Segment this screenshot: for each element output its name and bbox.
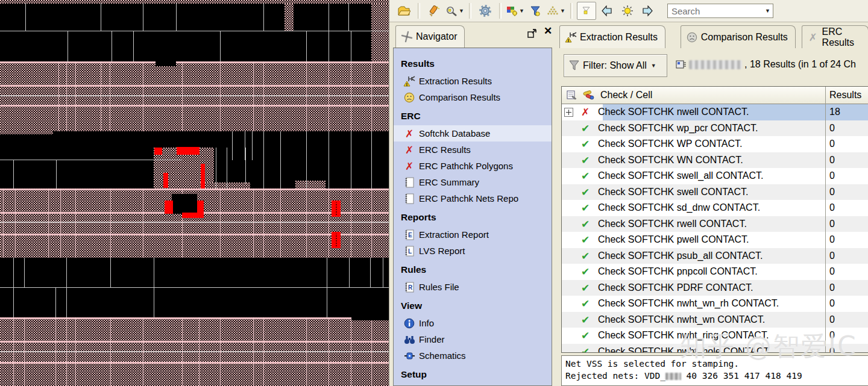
table-row[interactable]: ✔Check SOFTCHK psub_all CONTACT.0 (562, 248, 868, 264)
result-count: 0 (829, 155, 835, 166)
frame-dot-icon (581, 6, 591, 16)
sadface-icon (403, 92, 415, 104)
nav-item-schematics[interactable]: Schematics (394, 347, 552, 364)
result-count: 0 (829, 123, 835, 134)
table-row[interactable]: ✔Check SOFTCHK nwht_hole CONTACT.0 (562, 344, 868, 353)
layout-shape (306, 131, 307, 188)
doc-l-icon: L (403, 245, 415, 257)
summary-text: , 18 Results (in 1 of 24 Ch (744, 59, 856, 70)
nav-item-erc-pathchk-polygons[interactable]: ✗ERC Pathchk Polygons (394, 158, 552, 174)
table-row[interactable]: ✔Check SOFTCHK WN CONTACT.0 (562, 152, 868, 169)
layout-shape (220, 31, 221, 61)
layout-shape (351, 131, 351, 188)
table-row[interactable]: ✔Check SOFTCHK pnpcoll CONTACT.0 (562, 264, 868, 280)
pass-check-icon: ✔ (581, 314, 590, 326)
layout-shape (329, 61, 329, 131)
tab-erc-results[interactable]: ✗ERC Results (802, 25, 868, 48)
tab-extraction-results[interactable]: Extraction Results (559, 25, 665, 48)
layout-shape (329, 131, 329, 188)
tab-navigator[interactable]: Navigator (395, 25, 465, 48)
capsules-icon[interactable] (582, 90, 594, 101)
colors-button[interactable]: ▼ (506, 2, 525, 20)
expand-icon[interactable] (564, 108, 573, 117)
filter-dropdown-button[interactable]: Filter: Show All ▼ (564, 54, 667, 77)
table-row[interactable]: ✔Check SOFTCHK WP CONTACT.0 (562, 136, 868, 152)
svg-text:R: R (408, 284, 413, 291)
previous-button[interactable] (597, 2, 617, 20)
layout-shape (66, 61, 67, 131)
layout-shape (110, 188, 111, 258)
rve-chrome: ▼▼▼▼ Navigator ✕ ResultsExtraction Resul… (389, 0, 868, 386)
undock-icon[interactable] (527, 28, 538, 39)
zoom-button[interactable]: ▼ (445, 2, 465, 20)
pass-check-icon: ✔ (581, 234, 590, 246)
next-button[interactable] (638, 2, 658, 20)
layout-shape (24, 317, 25, 386)
nav-item-extraction-report[interactable]: EExtraction Report (394, 226, 552, 243)
column-header-check-cell[interactable]: Check / Cell (600, 90, 652, 101)
layout-shape (306, 317, 307, 386)
check-name: Check SOFTCHK WN CONTACT. (596, 155, 743, 166)
search-box[interactable]: ▼ (667, 4, 773, 18)
highlight-all-button[interactable] (618, 2, 637, 20)
table-row[interactable]: ✔Check SOFTCHK wp_pcr CONTACT.0 (562, 120, 868, 137)
layout-shape (0, 31, 389, 31)
result-count: 0 (829, 234, 835, 245)
table-row[interactable]: ✔Check SOFTCHK sd_dnw CONTACT.0 (562, 200, 868, 216)
column-divider[interactable] (825, 87, 826, 352)
layout-viewport[interactable] (0, 0, 389, 386)
message-line1: Net VSS is selected for stamping. (565, 358, 864, 370)
table-row[interactable]: ✔Check SOFTCHK rwell CONTACT.0 (562, 216, 868, 232)
nav-item-rules-file[interactable]: RRules File (394, 279, 552, 295)
layout-shape (263, 317, 264, 386)
highlight-mode-button[interactable] (577, 2, 596, 20)
layout-shape (163, 173, 168, 188)
layout-shape (0, 351, 389, 352)
table-row[interactable]: ✔Check SOFTCHK swell_all CONTACT.0 (562, 168, 868, 184)
svg-text:E: E (408, 232, 412, 238)
nav-item-erc-summary[interactable]: ERC Summary (394, 174, 552, 190)
table-row[interactable]: ✔Check SOFTCHK nwht_wn CONTACT.0 (562, 312, 868, 328)
layout-shape (13, 160, 14, 188)
close-icon[interactable]: ✕ (542, 26, 553, 37)
pass-check-icon: ✔ (581, 154, 590, 166)
nav-item-erc-results[interactable]: ✗ERC Results (394, 142, 552, 158)
table-row[interactable]: ✗Check SOFTCHK nwell CONTACT.18 (562, 104, 868, 120)
nav-item-comparison-results[interactable]: Comparison Results (394, 89, 552, 105)
layout-shape (295, 181, 326, 188)
column-header-results[interactable]: Results (829, 90, 861, 101)
result-count: 0 (829, 202, 835, 213)
table-row[interactable]: ✔Check SOFTCHK nwht_ring CONTACT.0 (562, 328, 868, 344)
table-row[interactable]: ✔Check SOFTCHK pwell CONTACT.0 (562, 232, 868, 248)
tab-comparison-results[interactable]: Comparison Results (681, 25, 796, 48)
table-row[interactable]: ✔Check SOFTCHK nwht_wn_rh CONTACT.0 (562, 296, 868, 312)
table-row[interactable]: ✔Check SOFTCHK PDRF CONTACT.0 (562, 280, 868, 296)
layout-shape (280, 188, 281, 258)
chevron-down-icon[interactable]: ▼ (765, 8, 770, 14)
nav-item-label: ERC Results (419, 145, 471, 155)
nav-item-finder[interactable]: Finder (394, 331, 552, 347)
settings-button[interactable] (476, 2, 495, 20)
filter-results-button[interactable] (526, 2, 546, 20)
nav-item-softchk-database[interactable]: ✗Softchk Database (394, 125, 552, 142)
highlight-button[interactable] (424, 2, 444, 20)
search-input[interactable] (670, 5, 764, 17)
report-page-icon[interactable] (567, 90, 577, 101)
layout-shape (0, 234, 389, 235)
density-button[interactable]: ▼ (547, 2, 566, 20)
nav-item-lvs-report[interactable]: LLVS Report (394, 243, 552, 259)
pass-check-icon: ✔ (581, 122, 590, 134)
open-button[interactable] (394, 2, 414, 20)
result-count: 0 (829, 170, 835, 181)
toolbar-separator (499, 3, 502, 19)
nav-item-label: Comparison Results (419, 92, 500, 102)
layout-shape (68, 31, 68, 61)
nav-section-erc: ERC (401, 111, 552, 122)
nav-item-erc-pathchk-nets-repo[interactable]: ERC Pathchk Nets Repo (394, 190, 552, 207)
pass-check-icon: ✔ (581, 186, 590, 198)
nav-item-info[interactable]: Info (394, 315, 552, 331)
nav-item-extraction-results[interactable]: Extraction Results (394, 73, 552, 89)
table-row[interactable]: ✔Check SOFTCHK swell CONTACT.0 (562, 184, 868, 201)
layout-shape (25, 3, 26, 31)
check-name: Check SOFTCHK nwht_hole CONTACT. (596, 346, 771, 353)
